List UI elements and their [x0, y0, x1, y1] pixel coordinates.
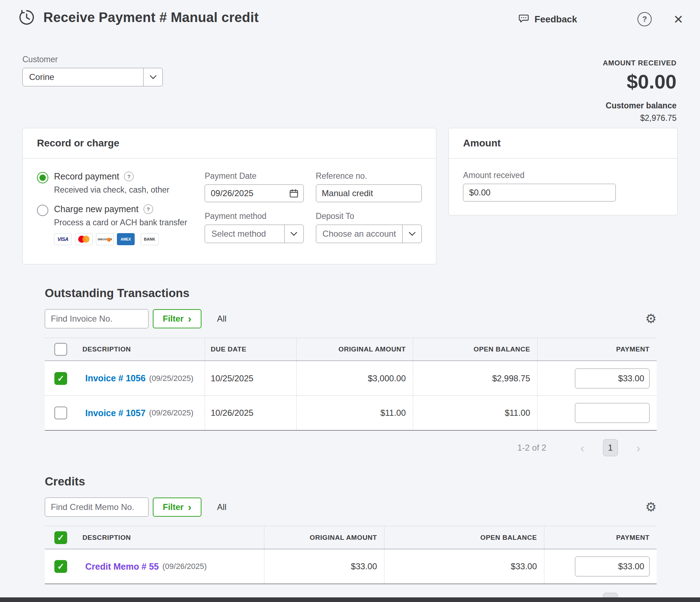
- filter-applied-label: All: [217, 502, 227, 512]
- record-or-charge-body: Record payment ? Received via check, cas…: [23, 158, 436, 254]
- bank-icon: BANK: [141, 233, 158, 245]
- credits-title: Credits: [45, 475, 657, 488]
- due-date-cell: 10/25/2025: [205, 361, 296, 396]
- help-icon[interactable]: ?: [124, 172, 134, 181]
- chevron-down-icon: [143, 68, 162, 86]
- open-balance-cell: $11.00: [413, 396, 537, 430]
- receive-payment-page: Receive Payment # Manual credit Feedback…: [0, 0, 700, 602]
- credits-table: DESCRIPTION ORIGINAL AMOUNT OPEN BALANCE…: [45, 526, 657, 584]
- customer-balance-label: Customer balance: [603, 101, 677, 111]
- payment-fields: Payment Date Reference: [205, 171, 422, 254]
- column-header-description: DESCRIPTION: [77, 338, 205, 360]
- reference-no-input[interactable]: [316, 184, 422, 202]
- column-header-due-date: DUE DATE: [205, 338, 296, 360]
- customer-select-value: Corine: [23, 68, 143, 86]
- record-payment-label: Record payment: [54, 171, 119, 182]
- table-row: Credit Memo # 55 (09/26/2025) $33.00 $33…: [45, 549, 657, 584]
- customer-field-group: Customer Corine: [22, 55, 163, 123]
- header: Receive Payment # Manual credit Feedback…: [0, 0, 700, 26]
- gear-icon[interactable]: ⚙: [645, 501, 657, 514]
- recent-transactions-icon[interactable]: [18, 9, 35, 26]
- customer-select[interactable]: Corine: [22, 68, 163, 86]
- cards-row: Record or charge Record payment ? Receiv…: [0, 128, 700, 264]
- prev-page-icon[interactable]: ‹: [580, 442, 584, 454]
- help-icon[interactable]: ?: [637, 12, 652, 26]
- find-credit-memo-input[interactable]: [45, 498, 149, 517]
- filter-button[interactable]: Filter ›: [153, 498, 201, 517]
- mastercard-icon: [75, 233, 93, 245]
- next-page-icon[interactable]: ›: [636, 442, 640, 454]
- invoice-link[interactable]: Invoice # 1056: [85, 373, 146, 383]
- original-amount-cell: $11.00: [296, 396, 413, 430]
- outstanding-transactions-title: Outstanding Transactions: [45, 286, 657, 300]
- charge-new-payment-sublabel: Process a card or ACH bank transfer: [54, 218, 192, 227]
- row-checkbox[interactable]: [54, 560, 67, 573]
- deposit-to-select[interactable]: Choose an account: [316, 225, 422, 243]
- credits-toolbar: Filter › All ⚙: [45, 498, 657, 517]
- row-checkbox[interactable]: [54, 372, 67, 385]
- original-amount-cell: $33.00: [264, 549, 384, 584]
- pagination-range: 1-2 of 2: [517, 443, 546, 453]
- payment-input[interactable]: [575, 369, 650, 388]
- amount-received-value: $0.00: [603, 70, 677, 93]
- credit-memo-link[interactable]: Credit Memo # 55: [85, 561, 159, 572]
- page-title: Receive Payment # Manual credit: [43, 10, 259, 25]
- invoice-link[interactable]: Invoice # 1057: [85, 408, 146, 418]
- charge-new-payment-radio[interactable]: [37, 205, 48, 216]
- reference-no-field: Reference no.: [316, 171, 422, 202]
- customer-label: Customer: [22, 55, 163, 64]
- chevron-down-icon: [402, 225, 421, 243]
- amex-icon: AMEX: [117, 233, 135, 245]
- find-invoice-input[interactable]: [45, 309, 149, 328]
- record-payment-radio[interactable]: [37, 172, 48, 183]
- outstanding-table: DESCRIPTION DUE DATE ORIGINAL AMOUNT OPE…: [45, 338, 657, 431]
- original-amount-cell: $3,000.00: [296, 361, 413, 396]
- row-checkbox[interactable]: [54, 407, 67, 419]
- table-row: Invoice # 1056 (09/25/2025) 10/25/2025 $…: [45, 361, 657, 396]
- chevron-right-icon: ›: [188, 504, 192, 511]
- column-header-original-amount: ORIGINAL AMOUNT: [264, 526, 384, 549]
- invoice-date: (09/26/2025): [149, 408, 194, 418]
- amount-card-title: Amount: [449, 128, 677, 158]
- amount-received-field-label: Amount received: [463, 171, 663, 180]
- select-all-checkbox[interactable]: [54, 531, 67, 544]
- customer-summary-row: Customer Corine AMOUNT RECEIVED $0.00 Cu…: [0, 55, 700, 123]
- payment-input[interactable]: [575, 557, 650, 576]
- help-icon[interactable]: ?: [144, 204, 153, 214]
- feedback-bubble-icon: [518, 12, 529, 26]
- payment-method-select[interactable]: Select method: [205, 225, 304, 243]
- header-left: Receive Payment # Manual credit: [18, 9, 259, 26]
- record-payment-option: Record payment ? Received via check, cas…: [37, 171, 192, 195]
- payment-method-label: Payment method: [205, 211, 304, 221]
- amount-received-input[interactable]: [463, 184, 616, 201]
- customer-balance-value: $2,976.75: [603, 113, 677, 123]
- outstanding-transactions-section: Outstanding Transactions Filter › All ⚙ …: [0, 286, 700, 456]
- amount-received-label: AMOUNT RECEIVED: [603, 59, 677, 67]
- filter-button[interactable]: Filter ›: [153, 309, 201, 328]
- column-header-open-balance: OPEN BALANCE: [413, 338, 537, 360]
- deposit-to-field: Deposit To Choose an account: [316, 211, 422, 243]
- page-number-button[interactable]: 1: [603, 439, 618, 456]
- visa-icon: VISA: [54, 233, 72, 245]
- record-or-charge-card: Record or charge Record payment ? Receiv…: [22, 128, 436, 264]
- feedback-button[interactable]: Feedback: [518, 12, 577, 26]
- gear-icon[interactable]: ⚙: [645, 312, 657, 325]
- footer-bar: [0, 597, 700, 602]
- reference-no-label: Reference no.: [316, 171, 422, 181]
- payment-input[interactable]: [575, 403, 650, 423]
- outstanding-pagination: 1-2 of 2 ‹ 1 ›: [45, 439, 657, 456]
- payment-type-options: Record payment ? Received via check, cas…: [37, 171, 192, 254]
- outstanding-toolbar: Filter › All ⚙: [45, 309, 657, 328]
- credits-table-header: DESCRIPTION ORIGINAL AMOUNT OPEN BALANCE…: [45, 526, 657, 549]
- select-all-checkbox[interactable]: [54, 343, 67, 356]
- close-icon[interactable]: ×: [674, 13, 683, 26]
- calendar-icon[interactable]: [289, 188, 299, 200]
- discover-icon: DISCOVER: [96, 233, 114, 245]
- charge-new-payment-option: Charge new payment ? Process a card or A…: [37, 204, 192, 245]
- charge-new-payment-label: Charge new payment: [54, 204, 139, 214]
- deposit-to-label: Deposit To: [316, 211, 422, 221]
- open-balance-cell: $2,998.75: [413, 361, 537, 396]
- open-balance-cell: $33.00: [384, 549, 544, 584]
- outstanding-table-header: DESCRIPTION DUE DATE ORIGINAL AMOUNT OPE…: [45, 338, 657, 361]
- column-header-description: DESCRIPTION: [77, 526, 264, 549]
